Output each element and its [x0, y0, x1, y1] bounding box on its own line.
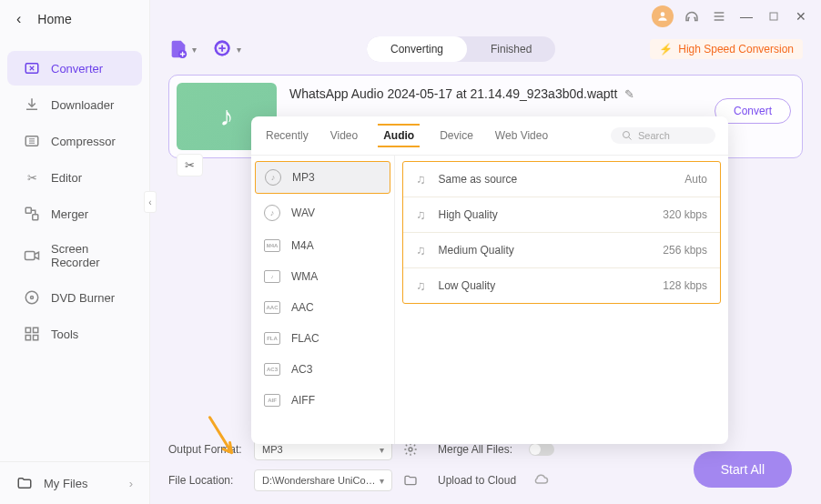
- format-item-aac[interactable]: AAC AAC: [251, 292, 394, 323]
- sidebar-item-editor[interactable]: ✂ Editor: [7, 160, 142, 195]
- audio-format-icon: ♪: [264, 205, 280, 221]
- sidebar-item-merger[interactable]: Merger: [7, 197, 142, 231]
- chevron-down-icon: ▾: [192, 45, 197, 55]
- audio-format-icon: AC3: [264, 363, 280, 376]
- folder-icon: [16, 475, 33, 491]
- support-icon[interactable]: [683, 7, 701, 25]
- edit-icon[interactable]: ✎: [624, 87, 634, 101]
- file-name: WhatsApp Audio 2024-05-17 at 21.14.49_92…: [289, 86, 617, 101]
- sidebar-header[interactable]: ‹ Home: [0, 0, 149, 38]
- music-icon: ♫: [416, 278, 426, 293]
- format-label: WAV: [291, 207, 315, 219]
- sidebar-item-label: Tools: [51, 328, 78, 341]
- format-item-mp3[interactable]: ♪ MP3: [255, 161, 390, 194]
- format-label: AAC: [291, 301, 314, 314]
- tab-audio[interactable]: Audio: [378, 124, 420, 147]
- scissors-icon: ✂: [24, 169, 40, 186]
- svg-rect-3: [33, 215, 38, 220]
- audio-format-icon: FLA: [264, 332, 280, 345]
- quality-group: ♫ Same as source Auto ♫ High Quality 320…: [402, 161, 721, 304]
- add-file-button[interactable]: ▾: [168, 39, 197, 59]
- quality-label: Medium Quality: [439, 244, 651, 257]
- format-label: AIFF: [291, 394, 315, 407]
- titlebar: — ✕: [150, 0, 821, 33]
- minimize-icon[interactable]: —: [737, 7, 755, 25]
- format-label: AC3: [291, 363, 312, 376]
- home-label: Home: [37, 12, 71, 26]
- sidebar-footer-my-files[interactable]: My Files ›: [0, 461, 149, 504]
- svg-rect-7: [25, 328, 30, 332]
- start-all-button[interactable]: Start All: [694, 451, 792, 488]
- sidebar-item-screen-recorder[interactable]: Screen Recorder: [7, 233, 142, 278]
- tab-video[interactable]: Video: [329, 124, 360, 147]
- cloud-icon[interactable]: [532, 472, 549, 489]
- quality-rate: Auto: [684, 173, 707, 186]
- sidebar-item-converter[interactable]: Converter: [7, 51, 142, 86]
- music-icon: ♫: [416, 243, 426, 257]
- close-icon[interactable]: ✕: [792, 7, 810, 25]
- format-item-wma[interactable]: ♪ WMA: [251, 261, 394, 292]
- back-icon[interactable]: ‹: [16, 11, 21, 27]
- status-segment: Converting Finished: [367, 36, 555, 62]
- format-item-m4a[interactable]: M4A M4A: [251, 230, 394, 261]
- format-label: WMA: [291, 270, 318, 283]
- segment-finished[interactable]: Finished: [467, 36, 555, 62]
- quality-item-medium[interactable]: ♫ Medium Quality 256 kbps: [403, 233, 720, 268]
- quality-label: Same as source: [439, 173, 673, 186]
- sidebar-item-downloader[interactable]: Downloader: [7, 87, 142, 122]
- format-popup: Recently Video Audio Device Web Video Se…: [251, 116, 728, 444]
- format-item-flac[interactable]: FLA FLAC: [251, 323, 394, 354]
- svg-point-5: [25, 291, 38, 304]
- quality-item-same[interactable]: ♫ Same as source Auto: [403, 162, 720, 197]
- file-name-row: WhatsApp Audio 2024-05-17 at 21.14.49_92…: [289, 86, 795, 101]
- recorder-icon: [24, 247, 40, 264]
- maximize-icon[interactable]: [765, 7, 783, 25]
- search-placeholder: Search: [638, 130, 670, 141]
- add-url-button[interactable]: ▾: [213, 39, 241, 59]
- sidebar-item-label: DVD Burner: [51, 291, 115, 305]
- avatar-button[interactable]: [652, 5, 674, 27]
- format-item-aiff[interactable]: AIF AIFF: [251, 385, 394, 416]
- high-speed-conversion-button[interactable]: ⚡ High Speed Conversion: [650, 39, 803, 59]
- grid-icon: [24, 326, 40, 342]
- tab-recently[interactable]: Recently: [264, 124, 310, 147]
- sidebar-item-label: Downloader: [51, 98, 114, 112]
- popup-search-input[interactable]: Search: [611, 127, 715, 144]
- format-item-ac3[interactable]: AC3 AC3: [251, 354, 394, 385]
- search-icon: [622, 130, 633, 141]
- sidebar-item-dvd-burner[interactable]: DVD Burner: [7, 280, 142, 315]
- svg-point-11: [661, 12, 665, 16]
- file-card-actions: ✂: [177, 154, 203, 176]
- quality-rate: 128 kbps: [663, 279, 707, 292]
- sidebar-item-compressor[interactable]: Compressor: [7, 124, 142, 158]
- file-location-value: D:\Wondershare UniConverter: [262, 475, 380, 486]
- my-files-label: My Files: [44, 477, 87, 490]
- open-folder-icon[interactable]: [403, 473, 418, 488]
- merge-all-toggle[interactable]: [529, 443, 554, 456]
- gear-icon[interactable]: [403, 442, 418, 457]
- sidebar-item-label: Compressor: [51, 135, 116, 148]
- quality-label: High Quality: [439, 208, 651, 221]
- segment-converting[interactable]: Converting: [367, 36, 467, 62]
- file-location-dropdown[interactable]: D:\Wondershare UniConverter ▾: [254, 469, 392, 491]
- sidebar-collapse-toggle[interactable]: ‹: [144, 191, 157, 213]
- converter-icon: [24, 60, 40, 76]
- format-item-wav[interactable]: ♪ WAV: [251, 196, 394, 230]
- audio-format-icon: M4A: [264, 239, 280, 252]
- sidebar-item-tools[interactable]: Tools: [7, 317, 142, 351]
- popup-body: ♪ MP3 ♪ WAV M4A M4A ♪ WMA AAC AAC FLA FL…: [251, 156, 728, 444]
- format-label: M4A: [291, 239, 314, 252]
- svg-rect-12: [770, 13, 777, 20]
- tab-web-video[interactable]: Web Video: [493, 124, 550, 147]
- scissors-icon[interactable]: ✂: [185, 158, 195, 172]
- sidebar-items: Converter Downloader Compressor ✂ Editor…: [0, 49, 149, 461]
- svg-rect-4: [25, 252, 35, 260]
- tab-device[interactable]: Device: [438, 124, 475, 147]
- hs-label: High Speed Conversion: [678, 43, 794, 55]
- menu-icon[interactable]: [710, 7, 728, 25]
- music-icon: ♫: [416, 172, 426, 186]
- quality-item-low[interactable]: ♫ Low Quality 128 kbps: [403, 268, 720, 303]
- sidebar-item-label: Converter: [51, 62, 103, 76]
- sidebar-item-label: Merger: [51, 207, 88, 221]
- quality-item-high[interactable]: ♫ High Quality 320 kbps: [403, 197, 720, 233]
